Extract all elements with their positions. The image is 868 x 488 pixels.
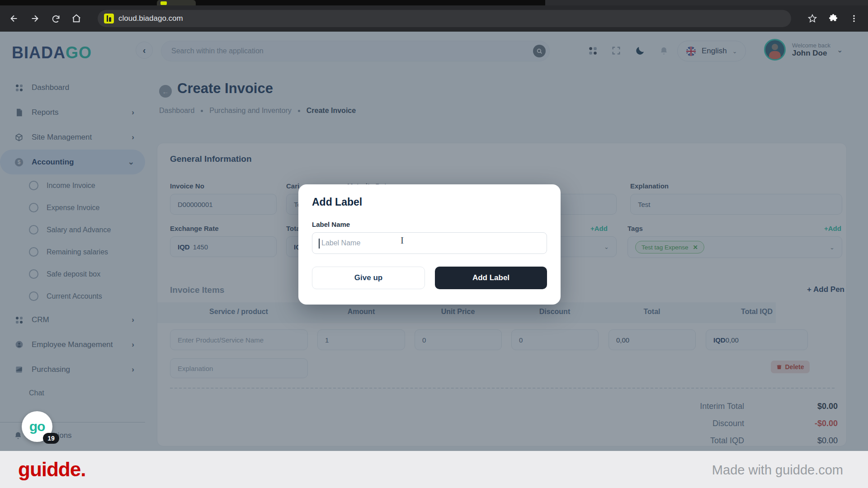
sidebar-item-label: Expense Invoice <box>47 204 99 212</box>
tags-add-link[interactable]: +Add <box>824 225 841 232</box>
invoice-no-field[interactable] <box>170 194 277 215</box>
sidebar-item-label: CRM <box>32 315 124 324</box>
sidebar-item-dashboard[interactable]: Dashboard <box>0 75 145 100</box>
bell-icon <box>14 431 23 440</box>
dark-mode-moon-icon[interactable] <box>635 45 646 56</box>
col-discount: Discount <box>539 308 570 316</box>
invoice-no-input[interactable] <box>178 201 269 208</box>
sidebar-item-employee-management[interactable]: Employee Management › <box>0 332 145 357</box>
chevron-right-icon: › <box>132 315 134 324</box>
browser-chrome: cloud.biadago.com <box>0 0 868 32</box>
browser-menu-kebab-icon[interactable] <box>848 13 860 24</box>
unit-price-input[interactable] <box>422 336 494 344</box>
address-bar[interactable]: cloud.biadago.com <box>98 10 791 27</box>
url-text: cloud.biadago.com <box>118 14 183 23</box>
tag-label: Test tag Expense <box>642 244 689 251</box>
sidebar-item-site-management[interactable]: Site Management › <box>0 125 145 150</box>
breadcrumb-purchasing-inventory[interactable]: Purchasing and Inventory <box>209 107 291 115</box>
sidebar-item-label: Accounting <box>32 158 121 167</box>
exchange-rate-field[interactable]: IQD 1450 <box>170 236 277 257</box>
give-up-button[interactable]: Give up <box>312 267 425 289</box>
bookmark-star-icon[interactable] <box>807 13 818 24</box>
general-information-title: General Information <box>170 154 252 164</box>
notifications-bell-icon[interactable] <box>659 46 669 56</box>
breadcrumb: Dashboard Purchasing and Inventory Creat… <box>159 107 359 115</box>
sidebar-item-crm[interactable]: CRM › <box>0 307 145 332</box>
col-total-iqd: Total IQD <box>741 308 773 316</box>
unit-price-field[interactable] <box>415 329 502 350</box>
tab-strip-segment <box>545 0 868 5</box>
chevron-right-icon: › <box>132 108 134 117</box>
add-label-button[interactable]: Add Label <box>435 267 547 289</box>
delete-row-button[interactable]: Delete <box>771 361 810 373</box>
col-amount: Amount <box>348 308 375 316</box>
sidebar-item-reports[interactable]: Reports › <box>0 100 145 125</box>
discount-field[interactable] <box>511 329 599 350</box>
explanation-field[interactable] <box>630 194 842 215</box>
sidebar-item-current-accounts[interactable]: Current Accounts <box>0 285 145 307</box>
chevron-right-icon: › <box>132 133 134 142</box>
label-name-label: Label Name <box>312 221 350 228</box>
sidebar-item-label: Reports <box>32 108 124 117</box>
chevron-right-icon: › <box>132 365 134 374</box>
language-selector[interactable]: English ⌄ <box>677 41 746 61</box>
total-iqd-row-value: 0,00 <box>726 336 739 344</box>
tag-remove-icon[interactable]: ✕ <box>693 244 698 251</box>
search-input[interactable] <box>171 47 533 55</box>
tags-field[interactable]: Test tag Expense ✕ ⌄ <box>627 236 842 258</box>
row-explanation-field[interactable] <box>170 358 308 378</box>
welcome-text: Welcome back <box>792 42 830 49</box>
sidebar-collapse-button[interactable]: ‹ <box>136 42 153 59</box>
sidebar-item-expense-invoice[interactable]: Expense Invoice <box>0 197 145 219</box>
fullscreen-icon[interactable] <box>611 46 621 56</box>
amount-input[interactable] <box>325 336 397 344</box>
crm-grid-icon <box>14 314 24 325</box>
currency-prefix: IQD <box>178 243 190 251</box>
interim-total-value: $0.00 <box>747 402 838 411</box>
back-icon[interactable] <box>8 13 20 24</box>
page-back-button[interactable]: ← <box>159 85 172 98</box>
browser-tab[interactable] <box>157 0 196 5</box>
label-name-input[interactable] <box>320 239 539 247</box>
section-divider <box>170 388 835 389</box>
report-file-icon <box>14 107 24 118</box>
row-explanation-input[interactable] <box>178 365 300 372</box>
add-pen-button[interactable]: + Add Pen <box>781 285 844 294</box>
sidebar-item-income-invoice[interactable]: Income Invoice <box>0 174 145 197</box>
reload-icon[interactable] <box>50 13 61 24</box>
sidebar-item-chat[interactable]: Chat <box>0 382 145 404</box>
sidebar-item-label: Site Management <box>32 133 124 142</box>
breadcrumb-dashboard[interactable]: Dashboard <box>159 107 194 115</box>
search-icon[interactable] <box>533 45 546 57</box>
apps-grid-icon[interactable] <box>588 46 598 56</box>
sidebar-item-remaining-salaries[interactable]: Remaining salaries <box>0 241 145 263</box>
explanation-input[interactable] <box>638 201 835 208</box>
sidebar-item-accounting[interactable]: $ Accounting ⌄ <box>0 150 145 174</box>
tag-pill[interactable]: Test tag Expense ✕ <box>635 241 704 253</box>
user-menu[interactable]: Welcome back John Doe ⌄ <box>764 39 843 61</box>
amount-field[interactable] <box>317 329 405 350</box>
forward-icon[interactable] <box>29 13 41 24</box>
product-field[interactable] <box>170 329 308 350</box>
tags-label: Tags <box>627 225 643 232</box>
chevron-down-icon: ⌄ <box>604 244 609 250</box>
total-row-field[interactable]: 0,00 <box>609 329 696 350</box>
sidebar-item-purchasing[interactable]: Purchasing › <box>0 357 145 382</box>
radio-icon <box>29 225 38 235</box>
invoice-no-label: Invoice No <box>170 182 204 190</box>
product-input[interactable] <box>178 336 300 344</box>
sidebar-item-salary-and-advance[interactable]: Salary and Advance <box>0 219 145 241</box>
label-name-field[interactable] <box>312 232 547 254</box>
purchasing-icon <box>14 364 24 375</box>
add-link[interactable]: +Add <box>590 225 608 232</box>
discount-input[interactable] <box>519 336 591 344</box>
total-iqd-row-field[interactable]: IQD 0,00 <box>706 329 808 350</box>
invoice-items-title: Invoice Items <box>170 285 224 295</box>
total-iqd-label: Total IQD <box>609 436 744 446</box>
search-bar[interactable] <box>161 41 550 61</box>
sidebar-item-safe-deposit-box[interactable]: Safe deposit box <box>0 263 145 285</box>
home-icon[interactable] <box>71 13 82 24</box>
extensions-puzzle-icon[interactable] <box>827 13 839 24</box>
language-label: English <box>702 47 727 56</box>
sidebar-item-label: Dashboard <box>32 83 134 92</box>
